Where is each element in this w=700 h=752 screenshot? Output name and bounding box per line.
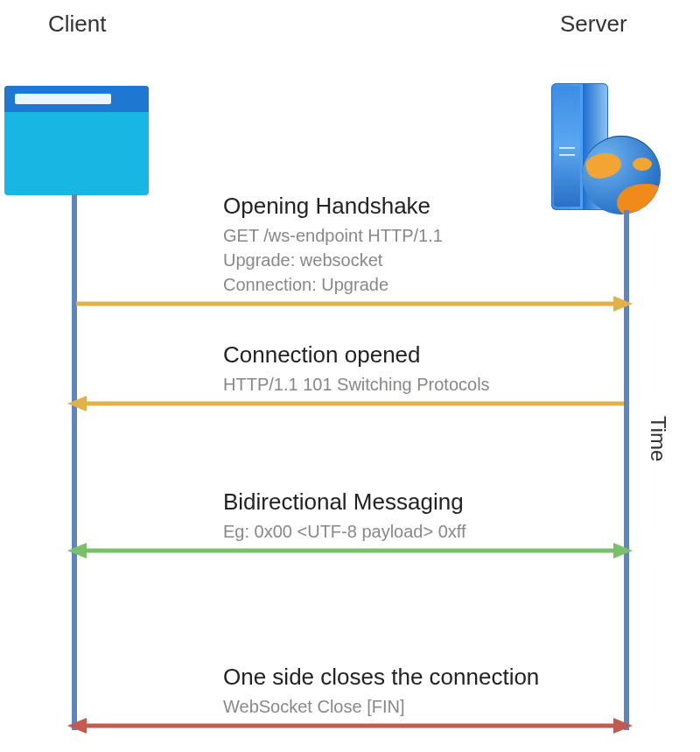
- time-axis-label: Time: [646, 416, 670, 461]
- globe-land: [584, 149, 624, 181]
- svg-marker-3: [67, 396, 87, 411]
- step-title: Bidirectional Messaging: [223, 488, 626, 516]
- browser-address-bar: [15, 94, 111, 104]
- svg-marker-9: [613, 718, 633, 734]
- browser-icon: [4, 86, 149, 195]
- detail-line: GET /ws-endpoint HTTP/1.1: [223, 223, 626, 248]
- arrow-server-to-client: [66, 392, 634, 415]
- step-detail: GET /ws-endpoint HTTP/1.1 Upgrade: webso…: [223, 223, 626, 297]
- arrow-close-bidirectional: [66, 714, 634, 737]
- server-front-panel: [554, 86, 580, 207]
- svg-marker-6: [613, 543, 633, 559]
- svg-marker-1: [613, 296, 633, 312]
- step-bidirectional: Bidirectional Messaging Eg: 0x00 <UTF-8 …: [223, 488, 626, 544]
- step-title: Opening Handshake: [223, 193, 626, 220]
- client-label: Client: [48, 11, 106, 38]
- svg-marker-5: [67, 543, 87, 559]
- detail-line: Upgrade: websocket: [223, 248, 626, 272]
- step-connection-opened: Connection opened HTTP/1.1 101 Switching…: [223, 341, 626, 397]
- step-title: Connection opened: [223, 341, 626, 369]
- browser-title-bar: [4, 86, 149, 112]
- arrow-client-to-server: [66, 292, 634, 315]
- server-slot: [559, 154, 575, 156]
- step-title: One side closes the connection: [223, 664, 626, 691]
- step-handshake: Opening Handshake GET /ws-endpoint HTTP/…: [223, 193, 626, 297]
- client-lifeline: [72, 194, 77, 730]
- diagram-stage: Client Server Time Opening Handshake GET…: [0, 0, 700, 752]
- step-close: One side closes the connection WebSocket…: [223, 664, 626, 719]
- arrow-bidirectional: [66, 539, 634, 562]
- server-label: Server: [560, 11, 627, 38]
- svg-marker-8: [67, 718, 87, 734]
- globe-land: [633, 158, 652, 171]
- server-slot: [559, 147, 575, 149]
